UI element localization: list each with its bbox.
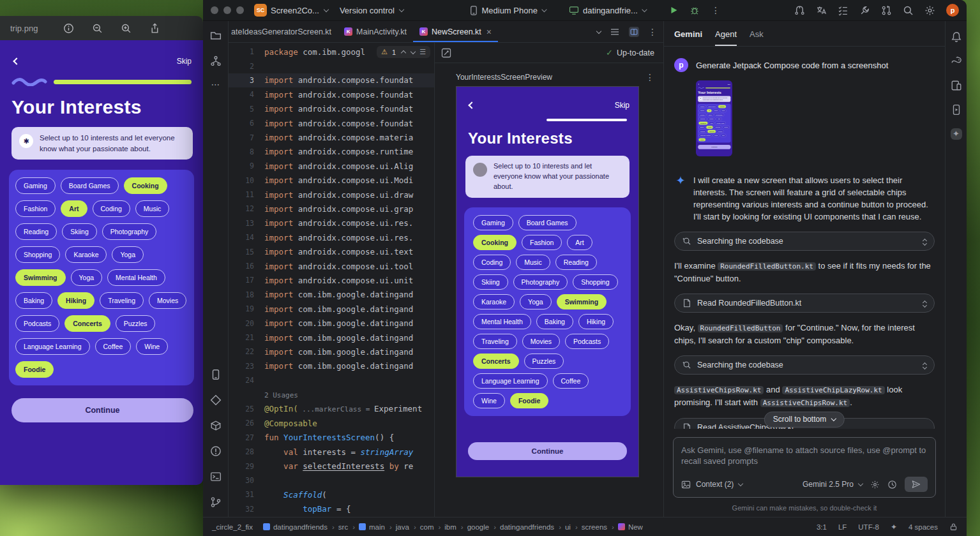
attached-screenshot-thumbnail[interactable]: Skip Your Interests ✱Select up to 10 int…	[696, 80, 732, 156]
problems-tool-icon[interactable]	[210, 445, 222, 457]
breadcrumb-item[interactable]: src ›	[338, 523, 356, 531]
interest-chip: Podcasts	[565, 334, 609, 349]
view-list-icon[interactable]	[610, 27, 620, 37]
code-line: 17 import androidx.compose.ui.unit	[229, 273, 434, 287]
running-devices-tool-icon[interactable]	[951, 104, 962, 115]
version-control-tool-icon[interactable]	[210, 496, 222, 508]
line-number: 25	[229, 405, 264, 413]
resource-manager-tool-icon[interactable]	[210, 394, 222, 406]
scroll-to-bottom-button[interactable]: Scroll to bottom	[764, 412, 845, 428]
interest-chip: Board Games	[518, 215, 577, 230]
tab-ask[interactable]: Ask	[750, 29, 764, 46]
search-icon[interactable]	[903, 5, 914, 16]
device-manager-tool-icon[interactable]	[951, 80, 962, 91]
interest-chip: Hiking	[57, 292, 94, 309]
gemini-prompt-input[interactable]: Ask Gemini, use @filename to attach sour…	[673, 437, 936, 498]
maximize-window-icon	[236, 6, 244, 14]
close-tab-icon[interactable]: ×	[486, 27, 492, 37]
inspection-widget[interactable]: ⚠ 1 ☰	[377, 46, 430, 58]
terminal-tool-icon[interactable]	[210, 471, 222, 482]
share-icon[interactable]	[149, 23, 160, 34]
split-editor-icon[interactable]	[629, 27, 639, 37]
tab-agent[interactable]: Agent	[715, 29, 737, 46]
compose-preview-pane: ✓ Up-to-date YourInterestsScreenPreview …	[434, 43, 663, 517]
preview-frame[interactable]: Skip Your Interests Select up to 10 inte…	[456, 86, 639, 477]
chat-history[interactable]: p Generate Jetpack Compose code from a s…	[664, 47, 945, 433]
response-paragraph: AssistiveChipsRow.kt and AssistiveChipLa…	[674, 383, 935, 409]
preview-options-icon[interactable]: ⋮	[645, 72, 654, 82]
file-encoding[interactable]: UTF-8	[858, 523, 879, 531]
git-branch[interactable]: _circle_2_fix	[212, 523, 253, 531]
vcs-widget[interactable]: Version control	[340, 6, 403, 15]
build-tool-icon[interactable]	[210, 420, 222, 431]
breadcrumb-item[interactable]: com ›	[420, 523, 442, 531]
more-tool-windows-icon[interactable]: ⋯	[210, 81, 222, 93]
breadcrumb-item[interactable]: google ›	[467, 523, 497, 531]
project-tool-icon[interactable]	[210, 30, 222, 41]
breadcrumb-item[interactable]: ui ›	[565, 523, 579, 531]
ui-check-mode-icon[interactable]	[441, 48, 451, 58]
code-line: 18 import com.ibm.google.datingand	[229, 288, 434, 302]
code-line: 10 import androidx.compose.ui.Modi	[229, 174, 434, 188]
device-streaming-icon[interactable]	[794, 5, 805, 16]
project-widget[interactable]: SC Screen2Co...	[254, 4, 328, 17]
attach-image-icon[interactable]	[681, 480, 691, 489]
tool-call-read-file[interactable]: Read RoundedFilledButton.kt	[674, 294, 935, 313]
next-problem-icon[interactable]	[411, 48, 416, 54]
gemini-tool-icon[interactable]: ✦	[951, 128, 962, 140]
expand-collapse-icon[interactable]	[922, 237, 926, 245]
running-devices-tool-icon[interactable]	[210, 369, 222, 380]
expand-collapse-icon[interactable]	[922, 361, 926, 369]
interest-chip: Fashion	[522, 235, 562, 250]
breadcrumb-item[interactable]: java ›	[396, 523, 418, 531]
cursor-position[interactable]: 3:1	[817, 523, 827, 531]
breadcrumb-item[interactable]: New ›	[618, 523, 643, 531]
tool-call-search-codebase[interactable]: Searching the codebase	[674, 232, 935, 251]
inspection-menu-icon[interactable]: ☰	[419, 48, 426, 56]
run-button[interactable]	[670, 6, 679, 15]
lock-icon[interactable]	[949, 523, 958, 531]
context-selector[interactable]: Context (2)	[696, 480, 743, 489]
info-icon[interactable]	[63, 23, 74, 34]
translate-icon[interactable]	[816, 5, 827, 16]
code-editor[interactable]: ⚠ 1 ☰ 1 package com.ibm.googl	[229, 43, 434, 517]
gradle-tool-icon[interactable]	[951, 56, 962, 67]
user-avatar[interactable]: p	[946, 4, 959, 17]
tool-call-search-codebase[interactable]: Searching the codebase	[674, 355, 935, 375]
notifications-bell-icon[interactable]	[951, 31, 962, 43]
device-selector[interactable]: Medium Phone	[469, 6, 546, 15]
ai-status-icon[interactable]: ✦	[891, 523, 897, 532]
info-star-icon: ✱	[19, 134, 33, 148]
prev-problem-icon[interactable]	[401, 50, 406, 56]
more-actions-icon[interactable]: ⋮	[711, 5, 720, 15]
line-separator[interactable]: LF	[838, 523, 847, 531]
right-tool-stripe: ✦	[946, 21, 967, 517]
breadcrumb-item[interactable]: datingandfriends ›	[500, 523, 562, 531]
settings-icon[interactable]	[924, 5, 935, 16]
tab-dateideasgeneratorscreen[interactable]: ateIdeasGeneratorScreen.kt	[229, 21, 338, 42]
history-icon[interactable]	[887, 480, 897, 489]
tab-newscreen[interactable]: KNewScreen.kt×	[413, 21, 498, 42]
indent-setting[interactable]: 4 spaces	[908, 523, 938, 531]
zoom-in-icon[interactable]	[121, 23, 132, 34]
expand-collapse-icon[interactable]	[922, 299, 926, 307]
tab-mainactivity[interactable]: KMainActivity.kt	[338, 21, 413, 42]
breadcrumb-item[interactable]: screens ›	[582, 523, 615, 531]
window-controls[interactable]	[211, 6, 244, 14]
debug-button[interactable]	[690, 6, 700, 15]
send-button[interactable]	[905, 477, 928, 492]
build-icon[interactable]	[859, 5, 870, 16]
editor-options-icon[interactable]: ⋮	[648, 27, 657, 37]
run-configuration-selector[interactable]: datingandfrie...	[569, 6, 647, 15]
hidden-tabs-chevron-icon[interactable]	[596, 28, 601, 33]
task-list-icon[interactable]	[838, 5, 848, 16]
structure-tool-icon[interactable]	[210, 56, 222, 67]
model-selector[interactable]: Gemini 2.5 Pro	[803, 480, 863, 489]
line-number: 21	[229, 333, 264, 342]
breadcrumb-item[interactable]: datingandfriends ›	[263, 523, 336, 531]
gemini-settings-icon[interactable]	[870, 480, 880, 489]
zoom-out-icon[interactable]	[92, 23, 103, 34]
pull-request-icon[interactable]	[881, 5, 892, 16]
breadcrumb-item[interactable]: ibm ›	[444, 523, 464, 531]
breadcrumb-item[interactable]: main ›	[359, 523, 393, 531]
